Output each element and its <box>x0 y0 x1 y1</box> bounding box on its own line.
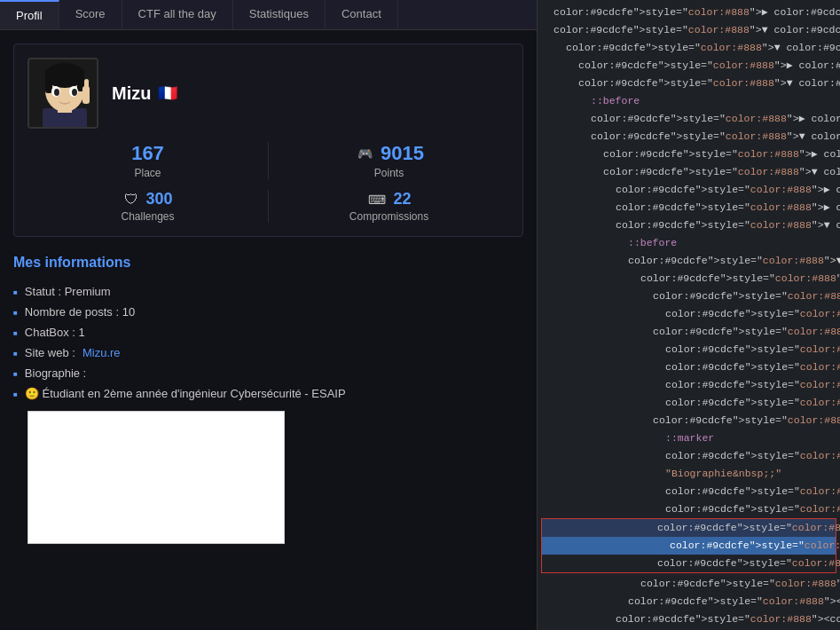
tree-line[interactable]: color:#9cdcfe">style="color:#888"><color… <box>538 575 840 593</box>
tree-line[interactable]: ::before <box>538 234 840 252</box>
compromissions-number: 22 <box>393 190 411 209</box>
tree-line[interactable]: color:#9cdcfe">style="color:#888">▼ colo… <box>538 39 840 57</box>
tree-line[interactable]: color:#9cdcfe">style="color:#888">▼ colo… <box>538 128 840 146</box>
tree-line[interactable]: color:#9cdcfe">style="color:#888">▼ colo… <box>538 75 840 92</box>
tree-line[interactable]: color:#9cdcfe">style="color:#888"><color… <box>538 593 840 610</box>
tree-line[interactable]: color:#9cdcfe">style="color:#888">▶ colo… <box>538 181 840 199</box>
tree-line[interactable]: color:#9cdcfe">style="color:#888">▼ colo… <box>542 519 836 537</box>
points-number: 9015 <box>381 142 424 165</box>
tab-profil[interactable]: Profil <box>0 0 59 29</box>
nav-tabs: Profil Score CTF all the day Statistique… <box>0 0 537 30</box>
tree-line[interactable]: color:#9cdcfe">style="color:#888">▶ colo… <box>538 376 840 394</box>
iframe-placeholder <box>27 411 285 544</box>
shield-icon: 🛡 <box>122 191 140 209</box>
tree-line[interactable]: color:#9cdcfe">style="color:#888">▶ colo… <box>538 358 840 376</box>
tree-line[interactable]: color:#9cdcfe">style="color:#888">▶ colo… <box>538 394 840 412</box>
left-panel: Profil Score CTF all the day Statistique… <box>0 0 537 630</box>
tree-line[interactable]: color:#9cdcfe">style="color:#888">▶ colo… <box>538 500 840 518</box>
flag-icon: 🇫🇷 <box>158 83 177 103</box>
tree-line[interactable]: color:#9cdcfe">style="color:#888">▶ colo… <box>538 146 840 163</box>
place-stat: 167 Place <box>27 142 269 179</box>
challenges-row: 🛡 300 Challenges ⌨ 22 Compromissions <box>27 190 509 223</box>
right-panel: color:#9cdcfe">style="color:#888">▶ colo… <box>537 0 840 630</box>
devtools-content: color:#9cdcfe">style="color:#888">▶ colo… <box>538 0 840 630</box>
tree-line[interactable]: color:#9cdcfe">style="color:#888">▼ colo… <box>538 412 840 429</box>
challenges-label: Challenges <box>121 210 174 223</box>
svg-point-10 <box>54 89 59 96</box>
stats-row: 167 Place 🎮 9015 Points <box>27 142 509 179</box>
info-list: Statut : Premium Nombre de posts : 10 Ch… <box>13 281 523 404</box>
place-number: 167 <box>131 142 164 165</box>
info-section: Mes informations Statut : Premium Nombre… <box>0 250 537 557</box>
username: Mizu <box>112 83 151 104</box>
tree-line[interactable]: "Biographie&nbsp;;" <box>538 465 840 483</box>
tab-score[interactable]: Score <box>59 0 122 29</box>
list-item-chatbox: ChatBox : 1 <box>13 322 523 343</box>
challenges-number: 300 <box>145 190 172 209</box>
tab-ctf[interactable]: CTF all the day <box>122 0 233 29</box>
tree-line[interactable]: ::marker <box>538 429 840 447</box>
svg-point-11 <box>72 89 77 96</box>
tree-line[interactable]: color:#9cdcfe">style="color:#888">▶ #doc… <box>542 537 836 555</box>
tree-line[interactable]: color:#9cdcfe">style="color:#888">▼ colo… <box>538 287 840 305</box>
chatbox-text: ChatBox : 1 <box>25 326 85 339</box>
tab-contact[interactable]: Contact <box>326 0 398 29</box>
challenges-col: 🛡 300 Challenges <box>27 190 269 223</box>
points-label: Points <box>374 167 404 179</box>
tree-line[interactable]: color:#9cdcfe">style="color:#888">▼ colo… <box>538 323 840 341</box>
tree-line[interactable]: ::before <box>538 92 840 110</box>
tree-line[interactable]: color:#9cdcfe">style="color:#888">▶ colo… <box>538 4 840 21</box>
tree-line[interactable]: color:#9cdcfe">style="color:#888">▶ colo… <box>538 447 840 465</box>
compromissions-icon: ⌨ <box>366 193 388 207</box>
tree-line[interactable]: color:#9cdcfe">style="color:#888"><color… <box>538 305 840 323</box>
profile-top: Mizu 🇫🇷 <box>27 58 509 129</box>
tree-line[interactable]: color:#9cdcfe">style="color:#888">▼ colo… <box>538 21 840 39</box>
tree-line[interactable]: color:#9cdcfe">style="color:#888"><color… <box>538 610 840 628</box>
tree-line[interactable]: color:#9cdcfe">style="color:#888">▼ colo… <box>538 217 840 234</box>
statut-text: Statut : Premium <box>25 285 111 298</box>
compromissions-col: ⌨ 22 Compromissions <box>269 190 509 223</box>
profile-card: Mizu 🇫🇷 167 Place 🎮 9015 Points 🛡 <box>13 43 523 237</box>
section-title: Mes informations <box>13 255 523 271</box>
list-item-biographie-label: Biographie : <box>13 363 523 383</box>
tab-statistiques[interactable]: Statistiques <box>233 0 326 29</box>
tree-line[interactable]: color:#9cdcfe">style="color:#888"><color… <box>542 555 836 572</box>
list-item-biographie-text: 🙂 Étudiant en 2ème année d'ingénieur Cyb… <box>13 383 523 404</box>
site-label: Site web : <box>25 346 75 359</box>
tree-line[interactable]: color:#9cdcfe">style="color:#888">▶ colo… <box>538 57 840 75</box>
tree-line[interactable]: color:#9cdcfe">style="color:#888">▶ colo… <box>538 199 840 217</box>
tree-line[interactable]: color:#9cdcfe">style="color:#888">▶ colo… <box>538 110 840 128</box>
tree-line[interactable]: color:#9cdcfe">style="color:#888">▶ colo… <box>538 341 840 358</box>
list-item-statut: Statut : Premium <box>13 281 523 302</box>
place-label: Place <box>134 167 161 179</box>
keyboard-icon: 🎮 <box>354 146 375 161</box>
biographie-text: 🙂 Étudiant en 2ème année d'ingénieur Cyb… <box>25 387 346 400</box>
avatar <box>27 58 98 129</box>
compromissions-label: Compromissions <box>349 210 428 223</box>
points-stat: 🎮 9015 Points <box>269 142 509 179</box>
svg-rect-7 <box>45 68 84 81</box>
tree-line[interactable]: color:#9cdcfe">style="color:#888">▼ colo… <box>538 252 840 270</box>
tree-line[interactable]: color:#9cdcfe">style="color:#888"><color… <box>538 483 840 500</box>
svg-rect-13 <box>84 79 89 90</box>
tree-line[interactable]: color:#9cdcfe">style="color:#888">▼ colo… <box>538 270 840 287</box>
biographie-label: Biographie : <box>25 366 86 380</box>
site-link[interactable]: Mizu.re <box>82 346 121 359</box>
username-row: Mizu 🇫🇷 <box>112 83 177 104</box>
posts-text: Nombre de posts : 10 <box>25 305 135 319</box>
tree-line[interactable]: color:#9cdcfe">style="color:#888">▼ colo… <box>538 163 840 181</box>
list-item-site: Site web : Mizu.re <box>13 343 523 363</box>
list-item-posts: Nombre de posts : 10 <box>13 302 523 322</box>
